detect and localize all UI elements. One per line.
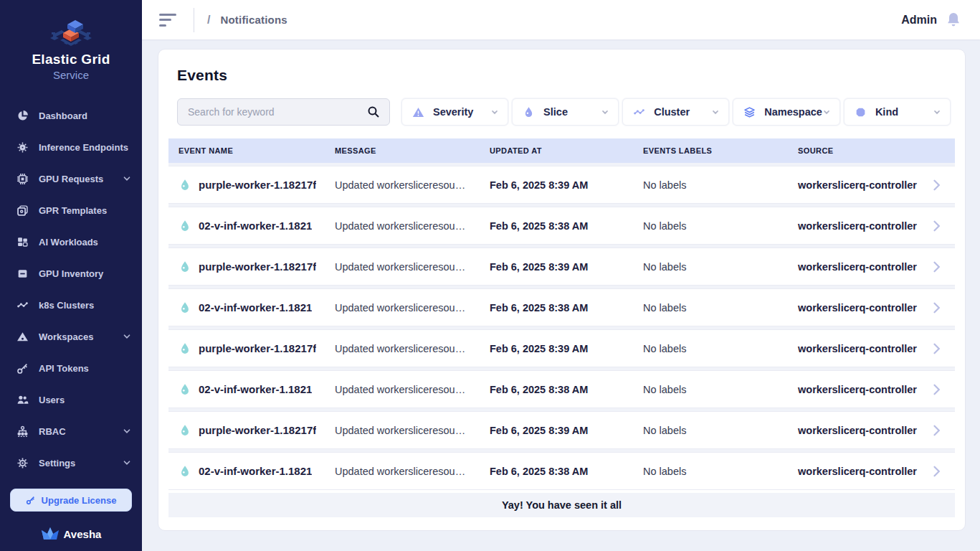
chevron-right-icon[interactable] — [929, 464, 943, 479]
avesha-label: Avesha — [64, 528, 102, 540]
event-source: workerslicerq-controller — [798, 302, 929, 314]
event-name: 02-v-inf-worker-1.1821 — [199, 220, 312, 232]
table-row[interactable]: purple-worker-1.18217f Updated workersli… — [168, 248, 955, 286]
event-updated-at: Feb 6, 2025 8:38 AM — [490, 220, 643, 232]
event-labels: No labels — [643, 302, 798, 314]
template-icon — [16, 204, 29, 217]
chevron-down-icon — [822, 108, 831, 116]
sidebar-item[interactable]: GPR Templates — [0, 194, 142, 226]
sidebar-item-label: Users — [39, 395, 132, 405]
table-row[interactable]: 02-v-inf-worker-1.1821 Updated workersli… — [168, 370, 955, 408]
gear-icon — [16, 456, 29, 469]
cluster-icon — [16, 298, 29, 311]
warning-triangle-icon — [412, 106, 424, 118]
layers-icon — [743, 106, 756, 118]
sidebar-item[interactable]: GPU Inventory — [0, 258, 142, 289]
event-source: workerslicerq-controller — [798, 466, 929, 477]
chevron-down-icon[interactable] — [122, 174, 132, 184]
sidebar-item[interactable]: GPU Requests — [0, 163, 142, 194]
event-labels: No labels — [643, 179, 798, 191]
sidebar-item-label: GPR Templates — [39, 205, 132, 216]
sidebar-item[interactable]: AI Workloads — [0, 226, 142, 258]
table-row[interactable]: 02-v-inf-worker-1.1821 Updated workersli… — [168, 207, 955, 245]
sidebar-item-label: Inference Endpoints — [39, 142, 132, 153]
filter-dropdown[interactable]: Slice — [512, 98, 619, 126]
column-header: EVENTS LABELS — [643, 146, 798, 155]
sidebar-item[interactable]: k8s Clusters — [0, 289, 142, 321]
events-card: Events Severity — [158, 49, 966, 531]
chevron-right-icon[interactable] — [929, 219, 943, 233]
event-message: Updated workersliceresou… — [335, 261, 490, 273]
end-of-list: Yay! You have seen it all — [168, 493, 955, 517]
breadcrumb: Notifications — [220, 14, 287, 26]
table-row[interactable]: purple-worker-1.18217f Updated workersli… — [168, 329, 955, 367]
event-droplet-icon — [179, 342, 191, 355]
chevron-right-icon[interactable] — [929, 342, 943, 356]
sidebar-item[interactable]: API Tokens — [0, 352, 142, 384]
filter-dropdown[interactable]: Severity — [401, 98, 508, 126]
filter-dropdown[interactable]: Cluster — [622, 98, 729, 126]
event-droplet-icon — [179, 301, 191, 314]
table-row[interactable]: purple-worker-1.18217f Updated workersli… — [168, 166, 955, 204]
table-row[interactable]: purple-worker-1.18217f Updated workersli… — [168, 411, 955, 449]
sidebar-item[interactable]: RBAC — [0, 415, 142, 447]
chevron-down-icon[interactable] — [122, 331, 132, 342]
upgrade-license-label: Upgrade License — [42, 495, 117, 506]
sidebar-item[interactable]: Settings — [0, 447, 142, 479]
event-source: workerslicerq-controller — [798, 261, 929, 273]
topbar: / Notifications Admin — [142, 0, 980, 39]
event-droplet-icon — [179, 424, 191, 437]
event-source: workerslicerq-controller — [798, 179, 929, 191]
search-box — [177, 98, 390, 126]
event-name: 02-v-inf-worker-1.1821 — [199, 301, 312, 314]
cluster-graph-icon — [633, 106, 645, 118]
event-updated-at: Feb 6, 2025 8:39 AM — [490, 343, 643, 354]
avesha-brand: Avesha — [0, 527, 142, 551]
admin-user-label[interactable]: Admin — [901, 14, 937, 27]
chevron-right-icon[interactable] — [929, 423, 943, 438]
sidebar-item[interactable]: Workspaces — [0, 321, 142, 352]
chevron-right-icon[interactable] — [929, 382, 943, 397]
event-labels: No labels — [643, 466, 798, 477]
table-row[interactable]: 02-v-inf-worker-1.1821 Updated workersli… — [168, 288, 955, 326]
search-icon[interactable] — [365, 103, 382, 121]
inventory-icon — [16, 267, 29, 280]
event-message: Updated workersliceresou… — [335, 343, 490, 354]
column-header: SOURCE — [798, 146, 929, 155]
sidebar-item-label: RBAC — [39, 426, 122, 437]
app-title: Elastic Grid — [0, 52, 142, 67]
table-header: EVENT NAME MESSAGE UPDATED AT EVENTS LAB… — [168, 138, 955, 163]
event-labels: No labels — [643, 220, 798, 232]
chevron-down-icon[interactable] — [122, 426, 132, 436]
elastic-grid-logo-icon — [46, 9, 96, 50]
filter-dropdown[interactable]: Namespace — [733, 98, 840, 126]
filter-dropdown[interactable]: Kind — [844, 98, 951, 126]
table-row[interactable]: 02-v-inf-worker-1.1821 Updated workersli… — [168, 452, 955, 490]
sidebar-nav: Dashboard Inference Endpoints GPU Reques… — [0, 100, 142, 479]
event-droplet-icon — [179, 179, 191, 192]
event-message: Updated workersliceresou… — [335, 302, 490, 314]
event-source: workerslicerq-controller — [798, 343, 929, 354]
event-updated-at: Feb 6, 2025 8:39 AM — [490, 179, 643, 191]
key-icon — [26, 495, 36, 505]
search-input[interactable] — [188, 106, 365, 118]
sidebar-item[interactable]: Inference Endpoints — [0, 131, 142, 163]
sidebar-item[interactable]: Users — [0, 384, 142, 415]
event-name: purple-worker-1.18217f — [199, 260, 316, 273]
chevron-right-icon[interactable] — [929, 178, 943, 192]
column-header: UPDATED AT — [490, 146, 643, 155]
upgrade-license-button[interactable]: Upgrade License — [10, 489, 132, 512]
event-droplet-icon — [179, 260, 191, 273]
chevron-down-icon[interactable] — [122, 458, 132, 468]
chevron-right-icon[interactable] — [929, 260, 943, 274]
sidebar-item[interactable]: Dashboard — [0, 100, 142, 131]
event-message: Updated workersliceresou… — [335, 179, 490, 191]
content: Events Severity — [142, 39, 980, 551]
menu-icon[interactable] — [159, 13, 178, 27]
event-droplet-icon — [179, 383, 191, 396]
filter-label: Namespace — [764, 106, 822, 118]
event-name: purple-worker-1.18217f — [199, 179, 316, 191]
table-body: purple-worker-1.18217f Updated workersli… — [168, 163, 955, 490]
notifications-bell-icon[interactable] — [946, 11, 961, 29]
chevron-right-icon[interactable] — [929, 301, 943, 315]
